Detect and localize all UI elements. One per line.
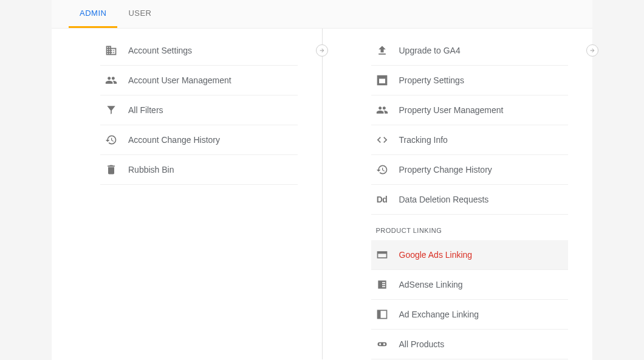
collapse-property-button[interactable] xyxy=(586,44,598,57)
account-column: Account Settings Account User Management… xyxy=(52,29,323,359)
menu-label: Property Change History xyxy=(399,165,492,175)
adsense-linking-item[interactable]: AdSense Linking xyxy=(371,270,569,300)
people-icon xyxy=(376,104,388,116)
property-column: Upgrade to GA4 Property Settings Propert… xyxy=(323,29,593,359)
trash-icon xyxy=(105,164,117,176)
link-icon xyxy=(376,338,388,350)
menu-label: Account User Management xyxy=(128,75,231,85)
menu-label: All Filters xyxy=(128,105,163,115)
menu-label: Property Settings xyxy=(399,75,464,85)
menu-label: Data Deletion Requests xyxy=(399,195,489,204)
people-icon xyxy=(105,74,117,86)
history-icon xyxy=(376,164,388,176)
tab-admin[interactable]: ADMIN xyxy=(69,0,117,28)
account-history-item[interactable]: Account Change History xyxy=(100,125,298,155)
data-deletion-item[interactable]: Dd Data Deletion Requests xyxy=(371,185,569,215)
menu-label: Account Change History xyxy=(128,135,220,145)
menu-label: Account Settings xyxy=(128,46,192,55)
svg-point-10 xyxy=(383,343,385,345)
product-linking-header: PRODUCT LINKING xyxy=(371,215,569,240)
account-settings-item[interactable]: Account Settings xyxy=(100,36,298,66)
code-icon xyxy=(376,134,388,146)
dd-icon: Dd xyxy=(376,193,388,206)
building-icon xyxy=(105,44,117,57)
svg-rect-3 xyxy=(382,282,385,283)
property-history-item[interactable]: Property Change History xyxy=(371,155,569,185)
property-user-mgmt-item[interactable]: Property User Management xyxy=(371,95,569,125)
svg-rect-5 xyxy=(382,286,385,288)
ads-icon xyxy=(376,249,388,261)
svg-rect-1 xyxy=(377,252,386,254)
account-user-mgmt-item[interactable]: Account User Management xyxy=(100,66,298,95)
menu-label: Property User Management xyxy=(399,105,504,115)
upgrade-ga4-item[interactable]: Upgrade to GA4 xyxy=(371,36,569,66)
ad-exchange-linking-item[interactable]: Ad Exchange Linking xyxy=(371,300,569,330)
svg-point-9 xyxy=(379,343,381,345)
property-settings-item[interactable]: Property Settings xyxy=(371,66,569,95)
menu-label: Tracking Info xyxy=(399,135,448,145)
collapse-account-button[interactable] xyxy=(316,44,328,57)
adsense-icon xyxy=(376,279,388,291)
history-icon xyxy=(105,134,117,146)
tab-bar: ADMIN USER xyxy=(52,0,592,29)
adexchange-icon xyxy=(376,308,388,320)
svg-rect-4 xyxy=(382,284,385,285)
menu-label: Google Ads Linking xyxy=(399,250,473,260)
all-products-item[interactable]: All Products xyxy=(371,330,569,359)
filter-icon xyxy=(105,104,117,116)
arrow-right-icon xyxy=(319,47,325,54)
upload-icon xyxy=(376,44,388,57)
menu-label: Rubbish Bin xyxy=(128,165,174,175)
columns: Account Settings Account User Management… xyxy=(52,29,592,359)
tracking-info-item[interactable]: Tracking Info xyxy=(371,125,569,155)
menu-label: Upgrade to GA4 xyxy=(399,46,461,55)
admin-panel: ADMIN USER Account Settings Account User… xyxy=(52,0,592,360)
google-ads-linking-item[interactable]: Google Ads Linking xyxy=(371,240,569,270)
layout-icon xyxy=(376,74,388,86)
arrow-right-icon xyxy=(589,47,595,54)
all-filters-item[interactable]: All Filters xyxy=(100,95,298,125)
tab-user[interactable]: USER xyxy=(117,0,162,28)
svg-rect-8 xyxy=(377,342,386,347)
rubbish-bin-item[interactable]: Rubbish Bin xyxy=(100,155,298,185)
menu-label: Ad Exchange Linking xyxy=(399,310,479,319)
svg-rect-7 xyxy=(377,310,380,318)
menu-label: All Products xyxy=(399,339,445,349)
menu-label: AdSense Linking xyxy=(399,280,463,289)
